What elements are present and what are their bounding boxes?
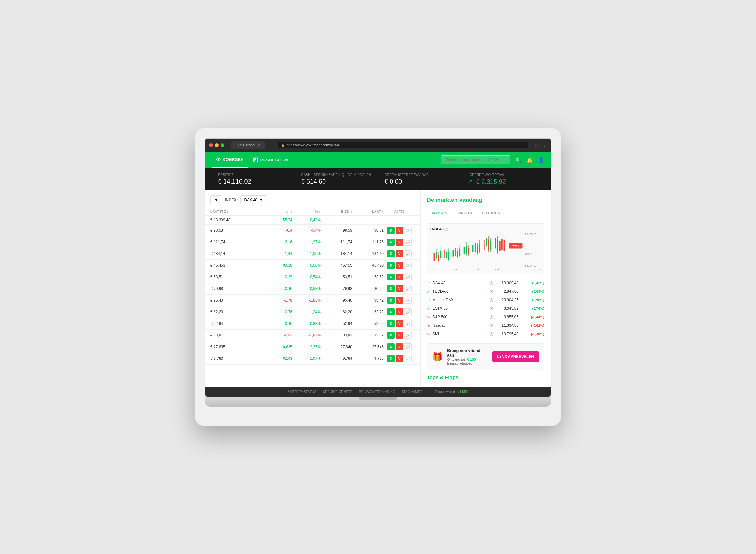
- tab-valuta[interactable]: VALUTA: [452, 208, 477, 218]
- menu-icon[interactable]: ⋮: [543, 143, 547, 148]
- sell-button[interactable]: V: [396, 250, 403, 257]
- buy-button[interactable]: K: [387, 343, 395, 350]
- sell-button[interactable]: V: [396, 320, 403, 327]
- footer-privacy[interactable]: PRIVACYVERKLARING: [359, 390, 396, 393]
- user-icon[interactable]: 👤: [538, 157, 544, 163]
- chart-button[interactable]: 📈: [404, 343, 412, 350]
- buy-button[interactable]: K: [387, 309, 395, 316]
- sell-button[interactable]: V: [396, 332, 403, 339]
- buy-button[interactable]: K: [387, 297, 395, 304]
- buy-button[interactable]: K: [387, 238, 395, 245]
- market-name[interactable]: SMI: [433, 332, 488, 336]
- maximize-dot[interactable]: [220, 143, 224, 147]
- gerealiseerde-value: € 0,00: [385, 178, 455, 185]
- search-input[interactable]: [441, 156, 510, 164]
- bookmark-icon[interactable]: ☆: [535, 143, 539, 148]
- chart-button[interactable]: 📈: [404, 285, 412, 292]
- buy-button[interactable]: K: [387, 320, 395, 327]
- market-value: 2.847,80: [493, 289, 518, 294]
- cell-pct: 1,06%: [292, 252, 321, 256]
- search-icon[interactable]: 🔍: [515, 157, 522, 163]
- chart-button[interactable]: 📈: [404, 309, 412, 316]
- chart-button[interactable]: 📈: [404, 297, 412, 304]
- cell-laatste: € 9,763: [210, 356, 261, 361]
- new-tab-button[interactable]: +: [269, 142, 271, 148]
- referral-button[interactable]: LYNX AANBEVELEN: [492, 351, 539, 362]
- market-info-icon: 🕐: [490, 324, 493, 327]
- index-value: DAX 40: [244, 198, 257, 202]
- cell-pm: 0,46: [261, 286, 292, 291]
- candlestick-chart: 13322.03: [430, 233, 523, 270]
- cell-laatste: € 79,98: [210, 286, 261, 291]
- notification-icon[interactable]: 🔔: [527, 157, 533, 163]
- buy-button[interactable]: K: [387, 274, 395, 280]
- sell-button[interactable]: V: [396, 343, 403, 350]
- index-dropdown[interactable]: DAX 40 ▼: [240, 196, 267, 204]
- minimize-dot[interactable]: [215, 143, 218, 147]
- sell-button[interactable]: V: [396, 285, 403, 292]
- svg-rect-27: [466, 246, 467, 254]
- sell-button[interactable]: V: [396, 238, 403, 245]
- footer-disclaimer[interactable]: DISCLAIMER: [402, 390, 423, 393]
- market-index-row: ↘ S&P 500 🕐 3.855,05 (-0,44%): [427, 313, 544, 321]
- market-name[interactable]: S&P 500: [433, 315, 488, 319]
- tab-futures[interactable]: FUTURES: [477, 208, 505, 218]
- sell-button[interactable]: V: [396, 262, 403, 269]
- th-pm[interactable]: +/- ↕: [261, 210, 292, 213]
- buy-button[interactable]: K: [387, 250, 395, 257]
- chart-button[interactable]: 📈: [404, 320, 412, 327]
- buy-button[interactable]: K: [387, 262, 395, 269]
- chart-button[interactable]: 📈: [404, 250, 412, 257]
- sell-button[interactable]: V: [396, 297, 403, 304]
- cell-actions: K V 📈: [384, 250, 415, 257]
- sell-button[interactable]: V: [396, 355, 403, 362]
- resultaten-label: RESULTATEN: [260, 158, 289, 162]
- buy-button[interactable]: K: [387, 332, 395, 339]
- browser-tab[interactable]: LYNX Trader ×: [231, 141, 265, 149]
- sell-button[interactable]: V: [396, 227, 403, 234]
- footer-service-center[interactable]: SERVICE CENTER: [323, 390, 353, 393]
- buy-button[interactable]: K: [387, 227, 395, 234]
- stat-lopende: LOPENDE W/V TOTAAL ↗ € 2.315,92: [461, 171, 544, 187]
- th-bied[interactable]: BIED ↕: [321, 210, 352, 213]
- chart-button[interactable]: 📈: [404, 355, 412, 362]
- market-name[interactable]: Nasdaq: [433, 323, 488, 328]
- close-dot[interactable]: [209, 143, 213, 147]
- market-name[interactable]: DAX 40: [433, 281, 488, 285]
- th-laatste[interactable]: LAATSTE ↕: [210, 210, 261, 213]
- posities-value: € 14.116,02: [218, 178, 288, 185]
- cell-laatste: € 33,81: [210, 333, 261, 337]
- cell-bied: 62,20: [321, 310, 352, 314]
- tab-close-icon[interactable]: ×: [258, 144, 260, 147]
- cash-label: CASH | BESCHIKBARE LIQUIDE MIDDELEN: [301, 173, 371, 177]
- koersen-label: KOERSEN: [223, 157, 244, 162]
- buy-button[interactable]: K: [387, 285, 395, 292]
- cell-laat: 52,96: [352, 321, 384, 326]
- tab-indices[interactable]: INDICES: [427, 208, 452, 218]
- footer-systeemstatus[interactable]: SYSTEEMSTATUS: [288, 390, 316, 393]
- chart-area: DAX 40 🕐: [427, 223, 544, 274]
- chart-button[interactable]: 📈: [404, 332, 412, 339]
- nav-resultaten[interactable]: 📊 RESULTATEN: [248, 152, 293, 168]
- nav-koersen[interactable]: 👁 KOERSEN: [212, 152, 248, 168]
- market-value: 23.904,25: [493, 298, 518, 302]
- table-panel: ▼ INDEX: DAX 40 ▼ LAATSTE ↕ +/- ↕ % ↕ BI…: [205, 190, 420, 387]
- sell-button[interactable]: V: [396, 274, 403, 280]
- market-name[interactable]: TECDAX: [433, 289, 488, 294]
- chart-button[interactable]: 📈: [404, 274, 412, 280]
- table-row: € 98,58 -0,4 -0,4% 98,59 98,61 K V 📈: [205, 225, 420, 236]
- table-row: € 45,463 0,028 0,06% 45,455 45,470 K V 📈: [205, 260, 420, 271]
- th-laat[interactable]: LAAT ↕: [352, 210, 384, 213]
- buy-button[interactable]: K: [387, 355, 395, 362]
- sell-button[interactable]: V: [396, 309, 403, 316]
- market-name[interactable]: Midcap DAX: [433, 298, 488, 302]
- market-name[interactable]: ESTX 50: [433, 306, 488, 311]
- chart-button[interactable]: 📈: [404, 227, 412, 234]
- chart-button[interactable]: 📈: [404, 238, 412, 245]
- table-row: € 27,635 0,635 2,35% 27,640 27,645 K V 📈: [205, 341, 420, 353]
- chart-button[interactable]: 📈: [404, 262, 412, 269]
- filter-dropdown[interactable]: ▼: [210, 196, 222, 204]
- th-pct[interactable]: % ↕: [292, 210, 321, 213]
- cell-laat: 98,61: [352, 228, 384, 233]
- cell-laat: 62,22: [352, 310, 384, 314]
